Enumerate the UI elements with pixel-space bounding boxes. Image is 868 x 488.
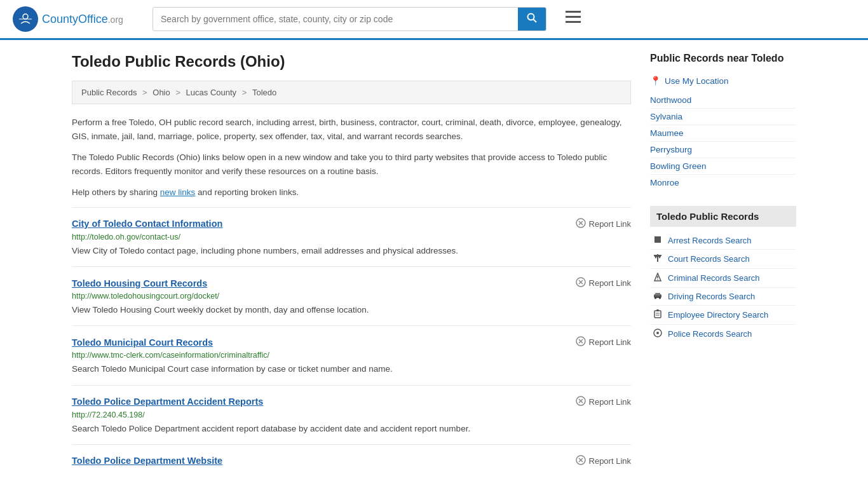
- sidebar-nearby-title: Public Records near Toledo: [650, 53, 796, 68]
- sidebar-record-3[interactable]: Driving Records Search: [650, 288, 796, 306]
- breadcrumb-sep2: >: [175, 88, 182, 97]
- description-1: Perform a free Toledo, OH public record …: [72, 116, 631, 143]
- report-label-1: Report Link: [589, 278, 631, 288]
- svg-rect-32: [655, 293, 660, 295]
- record-title-3[interactable]: Toledo Police Department Accident Report…: [72, 396, 263, 407]
- new-links-link[interactable]: new links: [160, 187, 196, 197]
- search-bar: [153, 7, 546, 31]
- sidebar-record-0[interactable]: Arrest Records Search: [650, 232, 796, 250]
- record-item: City of Toledo Contact Information Repor…: [72, 207, 631, 266]
- breadcrumb-sep3: >: [242, 88, 249, 97]
- sidebar-records-list: Arrest Records Search Court Records Sear…: [650, 232, 796, 343]
- logo-org: .org: [108, 15, 123, 25]
- sidebar-record-link-3[interactable]: Driving Records Search: [668, 292, 755, 301]
- search-button[interactable]: [518, 8, 546, 30]
- breadcrumb-sep1: >: [142, 88, 149, 97]
- report-icon-0: [576, 218, 586, 230]
- sidebar-record-5[interactable]: Police Records Search: [650, 325, 796, 343]
- nearby-city-1[interactable]: Sylvania: [650, 109, 796, 125]
- sidebar-record-link-2[interactable]: Criminal Records Search: [668, 273, 760, 283]
- main-content: Toledo Public Records (Ohio) Public Reco…: [72, 53, 631, 478]
- report-icon-1: [576, 277, 586, 289]
- svg-rect-36: [656, 309, 659, 311]
- record-item: Toledo Housing Court Records Report Link…: [72, 266, 631, 325]
- breadcrumb: Public Records > Ohio > Lucas County > T…: [72, 81, 631, 104]
- use-location-item[interactable]: 📍 Use My Location: [650, 76, 796, 86]
- record-header: City of Toledo Contact Information Repor…: [72, 218, 631, 230]
- report-link-2[interactable]: Report Link: [576, 336, 631, 348]
- breadcrumb-toledo[interactable]: Toledo: [252, 88, 276, 97]
- report-link-3[interactable]: Report Link: [576, 396, 631, 408]
- svg-line-4: [534, 20, 537, 23]
- header: CountyOffice.org: [0, 0, 868, 40]
- record-header: Toledo Police Department Website Report …: [72, 455, 631, 467]
- sidebar-record-icon-2: [653, 273, 663, 283]
- breadcrumb-lucas-county[interactable]: Lucas County: [186, 88, 237, 97]
- sidebar-record-4[interactable]: Employee Directory Search: [650, 306, 796, 325]
- use-location-link[interactable]: Use My Location: [665, 76, 729, 86]
- page-title: Toledo Public Records (Ohio): [72, 53, 631, 71]
- desc3-prefix: Help others by sharing: [72, 187, 160, 197]
- sidebar-records-section: Toledo Public Records Arrest Records Sea…: [650, 206, 796, 343]
- sidebar-record-link-4[interactable]: Employee Directory Search: [668, 310, 768, 320]
- sidebar-record-2[interactable]: Criminal Records Search: [650, 269, 796, 288]
- report-label-4: Report Link: [589, 456, 631, 466]
- record-desc-3: Search Toledo Police Department accident…: [72, 423, 631, 435]
- logo-text: CountyOffice.org: [42, 13, 123, 26]
- sidebar-record-icon-5: [653, 329, 663, 339]
- record-desc-2: Search Toledo Municipal Court case infor…: [72, 363, 631, 376]
- report-icon-2: [576, 336, 586, 348]
- report-label-2: Report Link: [589, 337, 631, 347]
- svg-rect-6: [566, 16, 581, 18]
- sidebar-record-1[interactable]: Court Records Search: [650, 250, 796, 269]
- svg-point-30: [657, 279, 658, 280]
- logo-name: CountyOffice: [42, 13, 108, 25]
- description-3: Help others by sharing new links and rep…: [72, 186, 631, 200]
- record-url-2: http://www.tmc-clerk.com/caseinformation…: [72, 351, 631, 360]
- report-icon-3: [576, 396, 586, 408]
- description-2: The Toledo Public Records (Ohio) links b…: [72, 151, 631, 178]
- record-url-0: http://toledo.oh.gov/contact-us/: [72, 233, 631, 241]
- record-desc-1: View Toledo Housing Court weekly docket …: [72, 304, 631, 316]
- record-title-2[interactable]: Toledo Municipal Court Records: [72, 337, 213, 348]
- sidebar-record-link-5[interactable]: Police Records Search: [668, 329, 752, 339]
- desc3-suffix: and reporting broken links.: [195, 187, 299, 197]
- svg-rect-23: [654, 236, 661, 243]
- logo-area[interactable]: CountyOffice.org: [13, 6, 140, 32]
- record-item: Toledo Police Department Website Report …: [72, 444, 631, 478]
- location-pin-icon: 📍: [650, 76, 661, 86]
- search-input[interactable]: [153, 8, 518, 30]
- report-link-0[interactable]: Report Link: [576, 218, 631, 230]
- report-link-1[interactable]: Report Link: [576, 277, 631, 289]
- breadcrumb-public-records[interactable]: Public Records: [81, 88, 137, 97]
- breadcrumb-ohio[interactable]: Ohio: [153, 88, 170, 97]
- nearby-city-4[interactable]: Bowling Green: [650, 158, 796, 175]
- nearby-city-5[interactable]: Monroe: [650, 175, 796, 191]
- record-header: Toledo Municipal Court Records Report Li…: [72, 336, 631, 348]
- record-item: Toledo Police Department Accident Report…: [72, 385, 631, 444]
- record-title-1[interactable]: Toledo Housing Court Records: [72, 278, 207, 288]
- svg-point-40: [656, 332, 659, 334]
- record-title-0[interactable]: City of Toledo Contact Information: [72, 219, 222, 229]
- svg-rect-35: [654, 311, 661, 318]
- record-header: Toledo Housing Court Records Report Link: [72, 277, 631, 289]
- record-desc-0: View City of Toledo contact page, includ…: [72, 245, 631, 257]
- report-label-3: Report Link: [589, 397, 631, 407]
- sidebar-record-icon-4: [653, 309, 663, 320]
- svg-rect-5: [566, 11, 581, 13]
- nearby-city-2[interactable]: Maumee: [650, 125, 796, 142]
- sidebar-record-link-0[interactable]: Arrest Records Search: [668, 236, 752, 245]
- main-container: Toledo Public Records (Ohio) Public Reco…: [59, 40, 809, 488]
- svg-point-34: [659, 297, 661, 299]
- nearby-city-0[interactable]: Northwood: [650, 92, 796, 109]
- record-header: Toledo Police Department Accident Report…: [72, 396, 631, 408]
- nearby-cities-list: NorthwoodSylvaniaMaumeePerrysburgBowling…: [650, 92, 796, 191]
- sidebar-record-icon-1: [653, 254, 663, 264]
- menu-button[interactable]: [566, 11, 581, 27]
- nearby-city-3[interactable]: Perrysburg: [650, 142, 796, 158]
- sidebar-record-link-1[interactable]: Court Records Search: [668, 254, 750, 264]
- record-url-3: http://72.240.45.198/: [72, 410, 631, 419]
- report-link-4[interactable]: Report Link: [576, 455, 631, 467]
- record-title-4[interactable]: Toledo Police Department Website: [72, 456, 222, 466]
- sidebar-nearby-section: Public Records near Toledo 📍 Use My Loca…: [650, 53, 796, 191]
